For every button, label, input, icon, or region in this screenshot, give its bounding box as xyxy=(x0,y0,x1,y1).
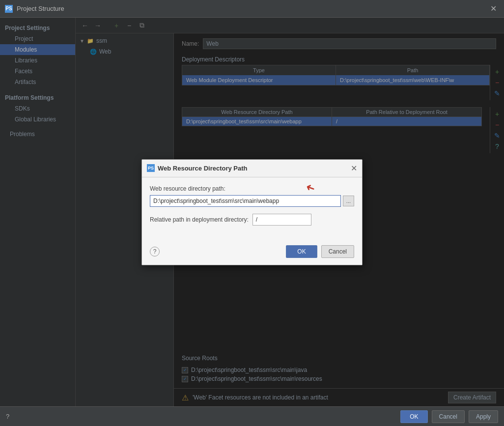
close-button[interactable]: ✕ xyxy=(487,3,499,15)
cancel-button[interactable]: Cancel xyxy=(432,410,465,423)
title-bar: PS Project Structure ✕ xyxy=(0,0,504,18)
help-button[interactable]: ? xyxy=(6,413,9,420)
modal-footer-buttons: OK Cancel xyxy=(286,245,354,258)
modal-footer: ? OK Cancel xyxy=(142,241,362,265)
apply-button[interactable]: Apply xyxy=(469,410,498,423)
modal-close-button[interactable]: ✕ xyxy=(351,164,357,173)
modal-relative-label: Relative path in deployment directory: xyxy=(150,216,249,223)
bottom-bar: ? OK Cancel Apply xyxy=(0,406,504,426)
modal-browse-button[interactable]: ... xyxy=(343,196,354,206)
modal-help-button[interactable]: ? xyxy=(150,247,160,256)
modal-dialog: PS Web Resource Directory Path ✕ Web res… xyxy=(141,159,363,265)
modal-cancel-button[interactable]: Cancel xyxy=(321,245,354,258)
modal-body: Web resource directory path: ➜ ... Relat… xyxy=(142,177,362,241)
arrow-annotation: ➜ xyxy=(304,180,317,195)
bottom-right-buttons: OK Cancel Apply xyxy=(400,410,498,423)
ok-button[interactable]: OK xyxy=(400,410,427,423)
modal-path-input[interactable] xyxy=(150,195,341,207)
modal-relative-row: Relative path in deployment directory: xyxy=(150,214,354,226)
modal-title: Web Resource Directory Path xyxy=(158,165,248,172)
modal-overlay: PS Web Resource Directory Path ✕ Web res… xyxy=(0,18,504,406)
modal-relative-input[interactable] xyxy=(252,214,311,226)
window-title: Project Structure xyxy=(17,5,64,12)
modal-title-bar: PS Web Resource Directory Path ✕ xyxy=(142,160,362,177)
modal-icon: PS xyxy=(147,164,155,172)
modal-path-row: ➜ ... xyxy=(150,195,354,207)
app-icon: PS xyxy=(5,5,13,13)
modal-path-label: Web resource directory path: xyxy=(150,185,354,192)
modal-ok-button[interactable]: OK xyxy=(286,245,317,258)
